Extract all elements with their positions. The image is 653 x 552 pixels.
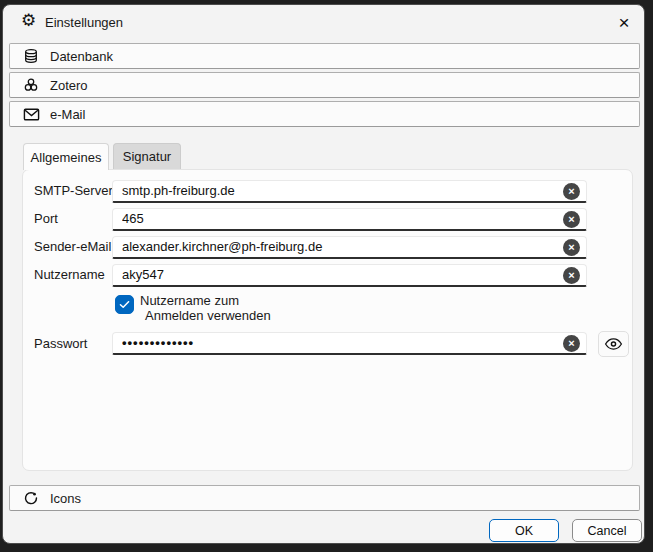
clear-smtp-server-button[interactable]: × bbox=[563, 183, 580, 200]
clear-port-button[interactable]: × bbox=[563, 211, 580, 228]
tab-allgemeines[interactable]: Allgemeines bbox=[23, 143, 109, 170]
password-field-wrap: × bbox=[112, 332, 587, 355]
show-password-button[interactable] bbox=[598, 331, 629, 357]
clear-sender-email-button[interactable]: × bbox=[563, 239, 580, 256]
database-icon bbox=[22, 47, 40, 65]
section-email[interactable]: e-Mail bbox=[9, 101, 640, 127]
cancel-button[interactable]: Cancel bbox=[572, 519, 642, 542]
password-input[interactable] bbox=[112, 332, 587, 355]
use-username-checkbox-label: Nutzername zum Anmelden verwenden bbox=[140, 293, 271, 323]
port-input[interactable] bbox=[112, 208, 587, 231]
clear-username-button[interactable]: × bbox=[563, 267, 580, 284]
sender-email-input[interactable] bbox=[112, 236, 587, 259]
username-input[interactable] bbox=[112, 264, 587, 287]
sender-email-field-wrap: × bbox=[112, 236, 587, 259]
section-datenbank-label: Datenbank bbox=[50, 49, 113, 64]
email-settings-panel: SMTP-Server × Port × Sender-eMail × Nutz… bbox=[22, 169, 633, 471]
section-email-label: e-Mail bbox=[50, 107, 85, 122]
title-bar: ⚙ Einstellungen × bbox=[3, 5, 644, 41]
gear-icon: ⚙ bbox=[21, 12, 36, 30]
refresh-icon bbox=[22, 489, 40, 507]
section-icons-label: Icons bbox=[50, 491, 81, 506]
port-field-wrap: × bbox=[112, 208, 587, 231]
section-zotero-label: Zotero bbox=[50, 78, 88, 93]
ok-button[interactable]: OK bbox=[489, 519, 559, 542]
mail-icon bbox=[22, 105, 40, 123]
port-label: Port bbox=[34, 211, 58, 226]
smtp-server-label: SMTP-Server bbox=[34, 183, 113, 198]
check-icon bbox=[118, 298, 131, 311]
use-username-checkbox[interactable] bbox=[115, 295, 134, 314]
smtp-server-input[interactable] bbox=[112, 180, 587, 203]
username-label: Nutzername bbox=[34, 267, 105, 282]
clear-password-button[interactable]: × bbox=[563, 335, 580, 352]
section-datenbank[interactable]: Datenbank bbox=[9, 43, 640, 69]
username-field-wrap: × bbox=[112, 264, 587, 287]
window-title: Einstellungen bbox=[45, 15, 123, 30]
smtp-server-field-wrap: × bbox=[112, 180, 587, 203]
settings-dialog: ⚙ Einstellungen × Datenbank Zotero bbox=[2, 4, 645, 544]
tab-signatur[interactable]: Signatur bbox=[113, 143, 181, 169]
sender-email-label: Sender-eMail bbox=[34, 239, 111, 254]
section-zotero[interactable]: Zotero bbox=[9, 72, 640, 98]
eye-icon bbox=[604, 337, 623, 351]
close-button[interactable]: × bbox=[612, 11, 636, 35]
password-label: Passwort bbox=[34, 336, 87, 351]
zotero-icon bbox=[22, 76, 40, 94]
section-icons[interactable]: Icons bbox=[9, 485, 640, 511]
